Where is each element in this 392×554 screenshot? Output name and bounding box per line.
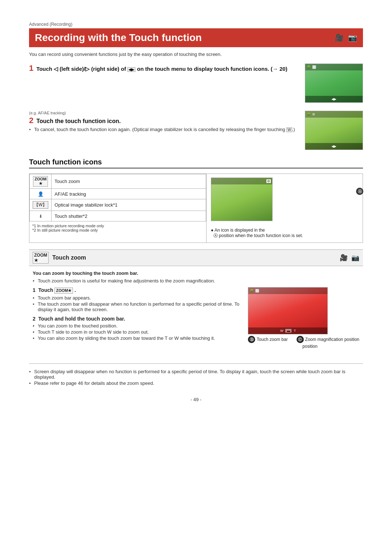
label-b-circle: Ⓑ [248, 336, 255, 343]
icon-zoom: ZOOM★ [30, 174, 52, 189]
step-1-image-area: 🌳⬜ ◀▶ [301, 64, 363, 104]
footnote-2: *2 In still picture recording mode only [32, 228, 203, 232]
touch-zoom-section: ZOOM★ Touch zoom 🎥 📷 You can zoom by tou… [29, 249, 363, 357]
sub-step-2-b1: You can zoom to the touched position. [33, 323, 241, 329]
bottom-bullet-2: Please refer to page 46 for details abou… [29, 380, 363, 386]
header-camera-icon: 📷 [351, 254, 359, 262]
step-2-subtitle: (e.g. AF/AE tracking) [29, 111, 295, 115]
icon-ois: 【W】 [30, 199, 52, 211]
header-video-icon: 🎥 [340, 254, 348, 262]
bottom-bullets: Screen display will disappear when no fu… [29, 363, 363, 386]
sub-step-1-icon: ZOOM★ [54, 288, 73, 294]
camera-icon: 📷 [348, 33, 357, 42]
page-title: Recording with the Touch function [35, 32, 202, 44]
step-1-section: 1 Touch ◁ (left side)/▷ (right side) of … [29, 64, 363, 104]
touch-function-section: Touch function icons ZOOM★ Touch zoom 👤 … [29, 158, 363, 243]
icon-shutter: ⬇ [30, 211, 52, 221]
step-2-image-area: 🌳⚙ ◀▶ [301, 111, 363, 151]
touch-zoom-body: You can zoom by touching the touch zoom … [29, 266, 363, 357]
page-category: Advanced (Recording) [29, 22, 363, 27]
sub-step-1-b1: Touch zoom bar appears. [33, 295, 241, 301]
footnote-1: *1 In motion picture recording mode only [32, 224, 203, 228]
icon-afae: 👤 [30, 189, 52, 199]
sub-step-2-num: 2 [33, 316, 36, 322]
touch-zoom-intro: You can zoom by touching the touch zoom … [33, 270, 359, 276]
label-shutter: Touch shutter*2 [52, 211, 206, 221]
step-2-number: 2 [29, 116, 33, 125]
touch-zoom-bullet-intro: Touch zoom function is useful for making… [33, 278, 359, 284]
label-afae: AF/AE tracking [52, 189, 206, 199]
touch-zoom-step-1: 1 Touch ZOOM★ . Touch zoom bar appears. … [33, 287, 241, 312]
step-2-section: (e.g. AF/AE tracking) 2 Touch the touch … [29, 111, 363, 151]
step-2-bullet-1: To cancel, touch the touch function icon… [29, 127, 295, 132]
title-bar: Recording with the Touch function 🎥 📷 [29, 28, 363, 47]
touch-zoom-header: ZOOM★ Touch zoom 🎥 📷 [29, 249, 363, 266]
legend-b-text: Touch zoom bar [257, 337, 287, 342]
sub-step-1-title: Touch [38, 287, 53, 293]
zoom-icon-small: ZOOM★ [33, 252, 49, 264]
sub-step-2-b2: Touch T side to zoom in or touch W side … [33, 329, 241, 335]
label-zoom: Touch zoom [52, 174, 206, 189]
step-1-text: Touch ◁ (left side)/▷ (right side) of ◀▶… [36, 66, 287, 72]
page-number: - 49 - [29, 397, 363, 402]
touch-zoom-title: Touch zoom [52, 254, 86, 261]
touch-zoom-step-2: 2 Touch and hold the touch zoom bar. You… [33, 316, 241, 341]
label-ois: Optical image stabilizer lock*1 [52, 199, 206, 211]
step-1-number: 1 [29, 64, 33, 73]
step-1-photo: 🌳⬜ ◀▶ [305, 64, 363, 103]
video-icon: 🎥 [335, 33, 344, 42]
sub-step-1-b2: The touch zoom bar will disappear when n… [33, 301, 241, 312]
step-2-photo: 🌳⚙ ◀▶ [305, 111, 363, 150]
intro-text: You can record using convenient function… [29, 52, 363, 57]
sub-step-2-b3: You can also zoom by sliding the touch z… [33, 335, 241, 341]
icon-display-caption: ● An icon is displayed in the Ⓐ position… [211, 228, 358, 239]
sub-step-1-num: 1 [33, 287, 36, 293]
label-a-circle: Ⓐ [356, 188, 363, 195]
function-icon-photo: ⊙ [211, 178, 273, 221]
touch-function-heading: Touch function icons [29, 158, 363, 168]
label-c-circle: Ⓒ [297, 336, 304, 343]
sub-step-2-title: Touch and hold the touch zoom bar. [38, 316, 125, 322]
zoom-photo: 🌳⬜ W ▬ T [248, 287, 328, 334]
legend-c-text: Zoom magnification position position [297, 337, 359, 349]
bottom-bullet-1: Screen display will disappear when no fu… [29, 369, 363, 380]
step-2-bold: Touch the touch function icon. [36, 118, 121, 124]
